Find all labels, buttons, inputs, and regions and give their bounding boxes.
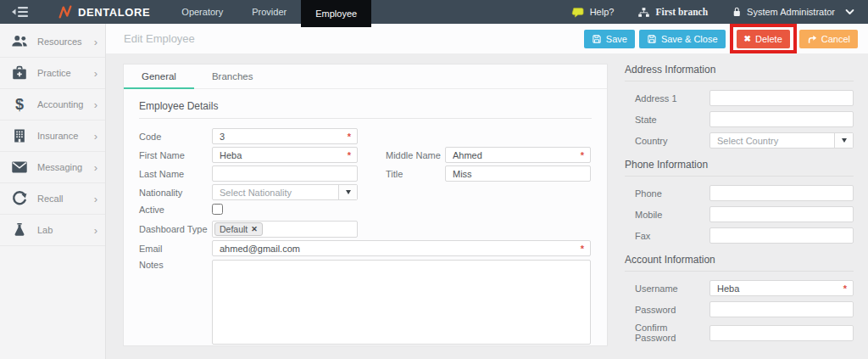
delete-highlight-box: ✖ Delete xyxy=(730,24,797,53)
tab-branches[interactable]: Branches xyxy=(194,65,271,88)
menu-item-operatory[interactable]: Operatory xyxy=(167,0,237,24)
fax-field xyxy=(709,227,854,244)
floppy-save-icon xyxy=(647,34,657,44)
active-checkbox[interactable] xyxy=(212,204,223,215)
sidebar-item-label: Practice xyxy=(37,68,71,78)
employee-form: Code * First Name * Middle Name * Last N… xyxy=(124,119,607,345)
state-field xyxy=(709,111,854,127)
branch-label: First branch xyxy=(655,7,708,17)
code-input[interactable] xyxy=(213,129,357,143)
dentalore-logo-icon xyxy=(58,4,73,20)
sidebar-item-label: Insurance xyxy=(37,131,78,141)
sidebar-collapse-button[interactable] xyxy=(0,0,37,24)
sidebar-item-resources[interactable]: Resources › xyxy=(0,26,105,58)
chevron-right-icon: › xyxy=(94,225,97,236)
address-section: Address 1 State Country Select Country xyxy=(625,81,854,159)
phone-input[interactable] xyxy=(710,186,853,200)
tab-general[interactable]: General xyxy=(124,65,194,88)
account-section-title: Account Information xyxy=(625,254,854,272)
flask-icon xyxy=(9,220,30,240)
first-name-input[interactable] xyxy=(213,148,357,162)
top-navbar: DENTALORE Operatory Provider Employee He… xyxy=(0,0,868,24)
delete-button[interactable]: ✖ Delete xyxy=(737,30,790,48)
users-group-icon xyxy=(9,31,30,52)
phone-section: Phone Mobile Fax xyxy=(625,177,854,254)
lock-icon xyxy=(732,6,742,18)
confirm-password-input[interactable] xyxy=(710,326,853,340)
notes-textarea[interactable] xyxy=(212,260,591,345)
dashboard-chip: Default ✕ xyxy=(214,222,263,236)
sidebar-item-practice[interactable]: Practice › xyxy=(0,58,105,89)
employee-details-section: Employee Details xyxy=(139,100,592,119)
sidebar-item-accounting[interactable]: $ Accounting › xyxy=(0,89,105,121)
confirm-password-label: Confirm Password xyxy=(635,323,709,343)
account-section: Username * Password Confirm Password xyxy=(625,272,854,353)
sidebar-item-messaging[interactable]: Messaging › xyxy=(0,152,105,183)
save-and-close-button[interactable]: Save & Close xyxy=(639,30,726,48)
chevron-right-icon: › xyxy=(94,36,97,48)
caret-down-icon[interactable] xyxy=(834,133,853,148)
caret-down-icon[interactable] xyxy=(338,185,357,199)
mobile-label: Mobile xyxy=(635,210,709,220)
username-input[interactable] xyxy=(710,281,853,295)
nationality-select[interactable]: Select Nationality xyxy=(212,184,358,200)
phone-section-title: Phone Information xyxy=(625,159,854,177)
delete-x-icon: ✖ xyxy=(744,34,751,43)
sidebar-item-insurance[interactable]: Insurance › xyxy=(0,121,105,152)
country-placeholder: Select Country xyxy=(710,136,834,146)
last-name-label: Last Name xyxy=(139,169,212,179)
middle-name-label: Middle Name xyxy=(386,150,445,160)
email-input[interactable] xyxy=(213,241,590,255)
refresh-icon xyxy=(9,188,30,209)
floppy-save-icon xyxy=(592,34,602,44)
menu-item-provider[interactable]: Provider xyxy=(237,0,301,24)
action-buttons: Save Save & Close ✖ Delete Cancel xyxy=(584,24,868,53)
confirm-password-field xyxy=(709,325,854,341)
country-select[interactable]: Select Country xyxy=(709,132,854,149)
country-label: Country xyxy=(635,136,709,146)
state-label: State xyxy=(635,115,709,125)
cancel-button[interactable]: Cancel xyxy=(799,30,858,48)
title-input[interactable] xyxy=(446,166,590,181)
address1-field xyxy=(709,90,854,106)
menu-item-employee[interactable]: Employee xyxy=(301,0,371,27)
fax-input[interactable] xyxy=(710,228,853,243)
brand-logo[interactable]: DENTALORE xyxy=(58,0,150,24)
last-name-input[interactable] xyxy=(213,166,357,181)
page-title: Edit Employee xyxy=(124,32,195,45)
password-input[interactable] xyxy=(710,302,853,317)
address1-input[interactable] xyxy=(710,91,853,105)
required-asterisk: * xyxy=(843,283,847,294)
navbar-right: Help? First branch System Administrator xyxy=(571,0,868,24)
form-tabs: General Branches xyxy=(124,65,607,89)
email-label: Email xyxy=(139,244,212,254)
sidebar-item-label: Resources xyxy=(37,36,82,47)
state-input[interactable] xyxy=(710,112,853,126)
address1-label: Address 1 xyxy=(635,93,709,104)
sidebar-item-lab[interactable]: Lab › xyxy=(0,215,105,246)
chevron-right-icon: › xyxy=(94,162,97,173)
required-asterisk: * xyxy=(581,150,584,160)
user-menu[interactable]: System Administrator xyxy=(732,6,854,18)
email-field: * xyxy=(212,240,591,256)
save-button[interactable]: Save xyxy=(584,30,635,48)
required-asterisk: * xyxy=(348,150,351,160)
middle-name-input[interactable] xyxy=(446,148,590,162)
chip-remove-icon[interactable]: ✕ xyxy=(251,225,258,233)
branch-selector[interactable]: First branch xyxy=(637,7,708,18)
chevron-right-icon: › xyxy=(94,194,97,205)
page-header: Edit Employee Save Save & Close ✖ Delete… xyxy=(106,24,868,53)
help-menu[interactable]: Help? xyxy=(571,7,615,18)
active-label: Active xyxy=(139,205,212,215)
phone-label: Phone xyxy=(635,188,709,199)
chevron-down-icon xyxy=(845,8,854,15)
sidebar-item-recall[interactable]: Recall › xyxy=(0,183,105,215)
phone-field xyxy=(709,185,854,201)
first-name-field: * xyxy=(212,147,358,163)
sidebar-item-label: Recall xyxy=(37,194,64,204)
dashboard-type-field[interactable]: Default ✕ xyxy=(212,221,358,238)
dashboard-type-label: Dashboard Type xyxy=(139,224,212,234)
mobile-input[interactable] xyxy=(710,207,853,222)
cancel-arrow-icon xyxy=(807,34,817,44)
nationality-label: Nationality xyxy=(139,188,212,198)
